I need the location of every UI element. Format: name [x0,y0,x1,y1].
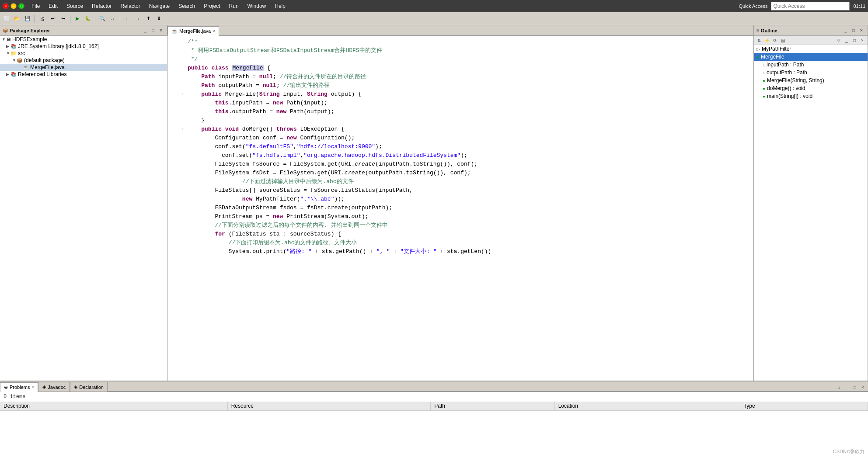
java-file-icon: ☕ [23,65,29,70]
maximize-panel-btn[interactable]: □ [150,27,157,34]
outline-item-constructor[interactable]: ● MergeFile(String, String) [754,76,868,84]
toolbar-next-btn[interactable]: ⬇ [154,14,164,24]
menu-navigate[interactable]: Navigate [147,2,171,10]
toolbar-undo-btn[interactable]: ↩ [48,14,57,24]
tree-label: (default package) [24,57,65,63]
clock: 01:11 [853,3,865,9]
outline-collapse-btn[interactable]: ▤ [779,37,786,44]
toolbar-run-btn[interactable]: ▶ [73,14,82,24]
toolbar-fwd-btn[interactable]: → [133,14,143,24]
menu-refactor1[interactable]: Refactor [90,2,113,10]
window-controls[interactable]: × − □ [3,3,24,9]
outline-maximize-btn[interactable]: □ [850,27,857,34]
menu-file[interactable]: File [30,2,42,10]
outline-panel: ≡ Outline _ □ × ⇅ ⚡ ⟳ ▤ ▽ _ □ [753,25,868,381]
toolbar-debug-btn[interactable]: 🐛 [83,14,93,24]
outline-min-btn[interactable]: _ [843,37,850,44]
tree-item-mergefile[interactable]: ☕ MergeFile.java [0,64,167,71]
problems-toolbar-btn[interactable]: ⇓ [836,384,843,391]
outline-method-icon: ● [763,78,765,83]
tree-item-hdfsexample[interactable]: ▼ 🖥 HDFSExample [0,36,167,43]
outline-sync-btn[interactable]: ⟳ [771,37,778,44]
close-button[interactable]: × [3,3,9,9]
outline-item-outputpath[interactable]: ▵ outputPath : Path [754,69,868,76]
line-content: new MyPathFilter(".*\\.abc")); [186,195,750,204]
tree-item-jre[interactable]: ▶ 📚 JRE System Library [jdk1.8.0_162] [0,43,167,50]
problems-minimize-btn[interactable]: _ [844,384,851,391]
toolbar-sep-4 [120,15,120,23]
outline-menu-btn[interactable]: ▽ [835,37,842,44]
menu-run[interactable]: Run [227,2,241,10]
tab-problems[interactable]: ⊕ Problems × [0,382,38,392]
toolbar-save-btn[interactable]: 💾 [23,14,32,24]
tree-arrow: ▼ [6,51,10,55]
toolbar-search-btn[interactable]: 🔍 [98,14,107,24]
outline-item-inputpath[interactable]: ▵ inputPath : Path [754,61,868,69]
outline-sort-btn[interactable]: ⇅ [756,37,763,44]
outline-item-main[interactable]: ● main(String[]) : void [754,92,868,100]
code-line: //下面过滤掉输入目录中后缀为.abc的文件 [167,177,750,186]
menu-help[interactable]: Help [273,2,287,10]
line-content: Path outputPath = null; //输出文件的路径 [186,81,750,90]
outline-close-btn[interactable]: × [858,27,865,34]
menu-refactor2[interactable]: Refactor [119,2,142,10]
menu-window[interactable]: Window [246,2,268,10]
outline-item-mypathfilter[interactable]: ▷ MyPathFilter [754,45,868,53]
tab-declaration[interactable]: ◈ Declaration [70,382,108,392]
quick-access-label: Quick Access [739,3,767,9]
line-marker: ◦ [180,90,186,99]
menu-source[interactable]: Source [65,2,85,10]
outline-item-domerge[interactable]: ● doMerge() : void [754,84,868,92]
outline-cls-btn[interactable]: × [859,37,866,44]
close-panel-btn[interactable]: × [157,27,164,34]
tab-close[interactable]: × [31,385,34,390]
quick-access-input[interactable] [771,2,850,10]
code-line: FileSystem fsSource = FileSystem.get(URI… [167,160,750,169]
toolbar-ref-btn[interactable]: ↔ [108,14,118,24]
menu-project[interactable]: Project [202,2,222,10]
toolbar-new-btn[interactable]: ⬜ [2,14,11,24]
tab-javadoc[interactable]: ◈ Javadoc [38,382,70,392]
outline-label: inputPath : Path [767,62,804,68]
line-content: /** [186,38,750,46]
menu-edit[interactable]: Edit [47,2,59,10]
items-count: 0 items [0,392,868,402]
line-content: FileStatus[] sourceStatus = fsSource.lis… [186,186,750,195]
line-content: //下面打印后缀不为.abc的文件的路径、文件大小 [186,239,750,247]
maximize-button[interactable]: □ [18,3,24,9]
tab-close-btn[interactable]: × [213,29,215,34]
tab-label: Javadoc [48,385,66,390]
tree-arrow: ▼ [2,37,6,42]
problems-maximize-btn[interactable]: □ [851,384,858,391]
outline-label: doMerge() : void [767,85,805,91]
title-bar-right: Quick Access 01:11 [739,2,865,10]
col-path: Path [431,402,554,411]
problems-close-btn[interactable]: × [859,384,866,391]
toolbar-back-btn[interactable]: ← [122,14,132,24]
tab-label: Declaration [79,385,104,390]
toolbar-open-btn[interactable]: 📂 [12,14,22,24]
code-line: this.inputPath = new Path(input); [167,99,750,107]
outline-filter-btn[interactable]: ⚡ [763,37,770,44]
tree-item-default-pkg[interactable]: ▼ 📦 (default package) [0,57,167,64]
editor-tab-mergefile[interactable]: ☕ MergeFile.java × [167,26,219,36]
col-description: Description [0,402,227,411]
code-area: /** * 利用FSDataOutputStream和FSDataInputSt… [167,36,753,258]
tree-item-src[interactable]: ▼ 📁 src [0,50,167,57]
outline-minimize-btn[interactable]: _ [842,27,849,34]
tree-item-reflibs[interactable]: ▶ 📚 Referenced Libraries [0,71,167,78]
package-explorer-content: ▼ 🖥 HDFSExample ▶ 📚 JRE System Library [… [0,36,167,381]
toolbar-print-btn[interactable]: 🖨 [37,14,47,24]
outline-icon: ≡ [756,28,759,33]
toolbar: ⬜ 📂 💾 🖨 ↩ ↪ ▶ 🐛 🔍 ↔ ← → ⬆ ⬇ [0,12,868,25]
minimize-button[interactable]: − [10,3,17,9]
toolbar-prev-btn[interactable]: ⬆ [143,14,153,24]
minimize-panel-btn[interactable]: _ [142,27,149,34]
menu-search[interactable]: Search [177,2,197,10]
outline-max-btn[interactable]: □ [851,37,858,44]
editor-content[interactable]: /** * 利用FSDataOutputStream和FSDataInputSt… [167,36,753,381]
toolbar-redo-btn[interactable]: ↪ [58,14,68,24]
code-line: * 利用FSDataOutputStream和FSDataInputStream… [167,46,750,55]
outline-item-mergefile[interactable]: ● MergeFile [754,53,868,61]
code-line: for (FileStatus sta : sourceStatus) { [167,230,750,239]
